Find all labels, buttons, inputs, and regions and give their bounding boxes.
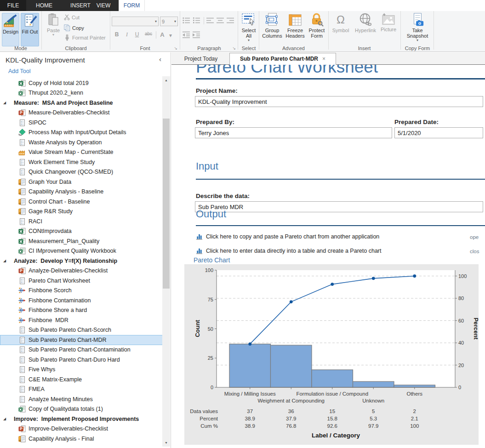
tab-view[interactable]: VIEW <box>90 0 117 11</box>
ribbon-body: Design Fill Out Mode <box>0 11 485 51</box>
tree-item-label: Five Whys <box>29 366 55 373</box>
format-painter-button[interactable]: Format Painter <box>64 34 106 41</box>
enter-data-table-link[interactable]: Click here to enter data directly into a… <box>196 247 381 254</box>
sidebar-collapse-chevron-icon[interactable]: ‹ <box>159 55 161 63</box>
symbol-button[interactable]: Ω Symbol <box>330 13 351 46</box>
increase-indent-icon[interactable] <box>193 31 200 38</box>
group-clipboard: Paste ▾ Cut <box>42 11 109 51</box>
add-tool-link[interactable]: Add Tool <box>8 68 30 74</box>
group-columns-button[interactable]: Group Columns <box>261 13 284 46</box>
tree-item[interactable]: Gage R&R Study <box>0 207 163 217</box>
tree-item[interactable]: Five Whys <box>0 365 163 375</box>
copy-button[interactable]: Copy <box>64 24 84 31</box>
tree-item[interactable]: Control Chart - Baseline <box>0 197 163 207</box>
tree-item[interactable]: Work Element Time Study <box>0 157 163 167</box>
scrollbar-thumb[interactable] <box>163 119 170 289</box>
underline-button[interactable]: U <box>133 31 141 38</box>
tree-section[interactable]: ◢Improve: Implement Proposed Improvement… <box>0 414 163 424</box>
font-color-dropdown-arrow[interactable]: ▾ <box>166 34 175 37</box>
tree-item[interactable]: Sub Pareto Pareto Chart-Duro Hard <box>0 355 163 365</box>
tree-item[interactable]: Improve-Deliverables-Checklist <box>0 424 163 434</box>
describe-data-input[interactable] <box>195 201 483 212</box>
tree-item[interactable]: Analyze Meeting Minutes <box>0 394 163 404</box>
tab-home[interactable]: HOME <box>29 0 60 11</box>
scroll-up-icon[interactable]: ▲ <box>162 76 170 84</box>
font-name-combo[interactable]: ▾ <box>112 17 159 26</box>
tree-item[interactable]: Copy of Qualitydata totals (1) <box>0 404 163 414</box>
select-all-button[interactable]: Select All ▾ <box>239 13 258 46</box>
prepared-by-input[interactable] <box>195 127 392 138</box>
tree-item[interactable]: Capability Analysis - Final <box>0 434 163 444</box>
hyperlink-button[interactable]: Hyperlink <box>352 13 379 46</box>
numbered-list-icon[interactable] <box>193 17 200 24</box>
tree-item[interactable]: Waste Analysis by Operation <box>0 137 163 147</box>
tree-item[interactable]: Quick Changeover (QCO-SMED) <box>0 167 163 177</box>
tree-item[interactable]: Fishbone Contamination <box>0 295 163 306</box>
tab-project-today[interactable]: Project Today <box>178 53 224 65</box>
tree-item[interactable]: Capability Analysis - Baseline <box>0 187 163 197</box>
expand-triangle-icon[interactable]: ◢ <box>3 101 6 105</box>
take-snapshot-button[interactable]: Take Snapshot ▾ <box>403 13 432 46</box>
expand-triangle-icon[interactable]: ◢ <box>3 259 6 263</box>
bold-button[interactable]: B <box>113 31 121 38</box>
right-truncated-text-open[interactable]: ope <box>470 234 479 240</box>
tree-section[interactable]: ◢Measure: MSA and Project Baseline <box>0 98 163 108</box>
form-icon <box>18 356 26 363</box>
italic-button[interactable]: I <box>123 31 131 38</box>
tree-item[interactable]: RACI <box>0 216 163 227</box>
bullet-list-icon[interactable] <box>183 17 190 24</box>
decrease-indent-icon[interactable] <box>183 31 190 38</box>
tab-form-active[interactable]: FORM <box>119 0 145 11</box>
align-right-icon[interactable] <box>227 17 234 24</box>
sidebar-scrollbar[interactable]: ▲ ▼ <box>162 76 170 447</box>
tree-item[interactable]: Fishbone Shore a hard <box>0 306 163 316</box>
tree-item[interactable]: Measurement_Plan_Quality <box>0 236 163 246</box>
tree-item[interactable]: Graph Your Data <box>0 177 163 187</box>
tree-item[interactable]: Thruput 2020.2_kenn <box>0 88 163 98</box>
pareto-chart[interactable]: 0255075100020406080100Mixing / Milling I… <box>184 264 479 445</box>
tree-item[interactable]: Analyze-Deliverables-Checklist <box>0 266 163 276</box>
tree-item[interactable]: Process Map with Input/Output Details <box>0 128 163 138</box>
tree-item[interactable]: Sub Pareto Pareto Chart-Contamination <box>0 345 163 355</box>
prepared-date-input[interactable] <box>394 127 483 138</box>
tab-sub-pareto-mdr-active[interactable]: Sub Pareto Pareto Chart-MDR× <box>229 53 336 65</box>
tree-item[interactable]: FMEA <box>0 385 163 395</box>
tree-item[interactable]: Fishbone Scorch <box>0 286 163 296</box>
picture-label: Picture <box>381 27 396 32</box>
tree-item[interactable]: Measure-Deliverables-Checklist <box>0 108 163 118</box>
tree-item[interactable]: SIPOC <box>0 118 163 128</box>
scroll-down-icon[interactable]: ▼ <box>162 439 170 447</box>
font-color-button[interactable]: A <box>158 31 166 38</box>
close-tab-icon[interactable]: × <box>322 56 325 62</box>
tree-item[interactable]: Fishbone MDR <box>0 315 163 325</box>
tree-item[interactable]: Copy of Hold total 2019 <box>0 78 163 88</box>
tree-item[interactable]: Value Stream Map - CurrentState <box>0 147 163 158</box>
pareto-chart-svg: 0255075100020406080100Mixing / Milling I… <box>184 264 479 445</box>
cut-button[interactable]: Cut <box>64 14 80 20</box>
expand-triangle-icon[interactable]: ◢ <box>3 417 6 421</box>
align-center-icon[interactable] <box>217 17 224 24</box>
strikethrough-button[interactable]: abc <box>143 31 154 36</box>
protect-form-button[interactable]: Protect Form <box>307 13 326 46</box>
tree-item[interactable]: C&E Matrix-Example <box>0 374 163 385</box>
freeze-headers-button[interactable]: Freeze Headers <box>284 13 306 46</box>
picture-button[interactable]: Picture <box>379 13 398 46</box>
project-name-input[interactable] <box>195 96 483 107</box>
paste-button[interactable]: Paste ▾ <box>45 13 62 48</box>
ppt-icon <box>18 267 26 274</box>
tree-section[interactable]: ◢Analyze: Develop Y=f(X) Relationship <box>0 256 163 266</box>
svg-text:Percent: Percent <box>473 318 479 340</box>
copy-paste-pareto-link[interactable]: Click here to copy and paste a Pareto ch… <box>196 233 379 240</box>
tree-item[interactable]: CONtImprovdata <box>0 227 163 237</box>
design-button[interactable]: Design <box>2 13 19 46</box>
tab-file[interactable]: FILE <box>0 0 26 11</box>
tree-item[interactable]: Sub Pareto Pareto Chart-MDR <box>0 335 163 345</box>
align-left-icon[interactable] <box>206 17 214 24</box>
tree-item[interactable]: Pareto Chart Worksheet <box>0 276 163 286</box>
right-truncated-text-close[interactable]: clos <box>470 249 479 254</box>
tree-item[interactable]: Sub Pareto Pareto Chart-Scorch <box>0 325 163 335</box>
fill-out-button[interactable]: Fill Out <box>21 13 39 46</box>
pareto-chart-link[interactable]: Pareto Chart <box>194 256 230 264</box>
tree-item[interactable]: CI IMprovement Quality Workbook <box>0 246 163 256</box>
font-size-combo[interactable]: 9▾ <box>160 17 178 26</box>
